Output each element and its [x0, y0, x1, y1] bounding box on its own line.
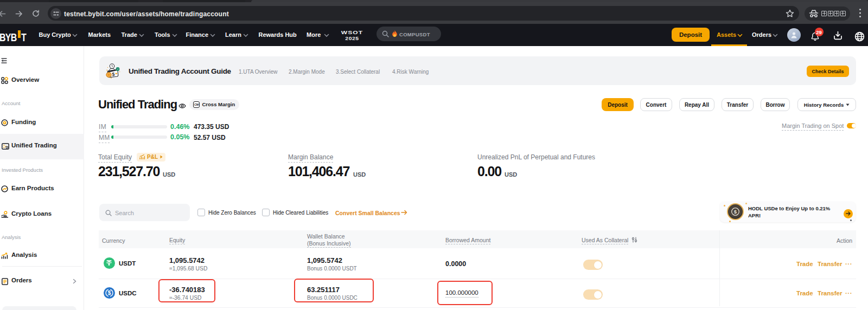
svg-text:$: $ [112, 72, 115, 77]
svg-text:$: $ [107, 290, 111, 296]
svg-text:$: $ [734, 209, 737, 215]
